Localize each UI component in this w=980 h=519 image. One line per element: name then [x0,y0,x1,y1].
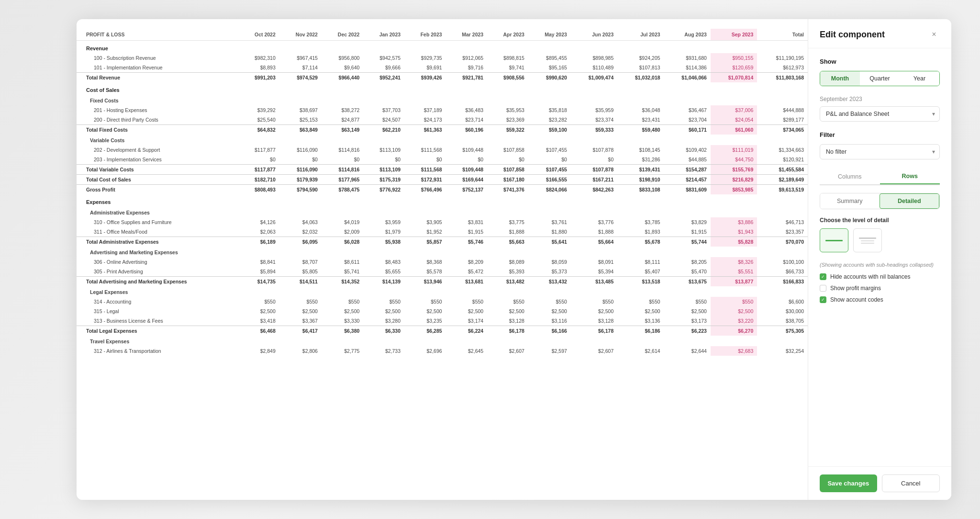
row-value: $23,374 [571,115,617,125]
col-jul23: Jul 2023 [617,29,664,41]
col-oct22: Oct 2022 [239,29,279,41]
row-value: $1,915 [664,227,711,237]
detail-option-summary[interactable] [820,228,848,252]
checkbox-hide-nil-input[interactable]: ✓ [820,273,826,280]
row-value: $2,607 [487,346,528,356]
year-button[interactable]: Year [900,71,939,86]
cancel-button[interactable]: Cancel [882,474,940,492]
row-value: $25,540 [239,115,279,125]
row-value: $109,402 [664,145,711,155]
total-row-value: $175,319 [363,175,404,185]
table-row: Variable Costs [77,135,808,145]
col-jun23: Jun 2023 [571,29,617,41]
row-value: $111,568 [404,145,446,155]
row-value: $3,220 [711,316,757,326]
row-label: 203 - Implementation Services [77,155,239,165]
rows-tab[interactable]: Rows [880,169,940,184]
row-value: $3,174 [446,316,488,326]
pl-dropdown-section: P&L and Balance Sheet P&L Only Balance S… [820,106,940,122]
row-value: $66,733 [757,267,808,277]
row-value: $3,959 [363,217,404,227]
profit-loss-table: PROFIT & LOSS Oct 2022 Nov 2022 Dec 2022… [77,29,808,356]
close-button[interactable]: × [928,29,940,40]
row-value: $5,472 [446,267,488,277]
pl-dropdown[interactable]: P&L and Balance Sheet P&L Only Balance S… [820,106,940,122]
row-value: $9,741 [487,63,528,73]
date-label: September 2023 [820,96,940,102]
total-row-value: $788,475 [322,185,363,195]
row-value: $5,655 [363,267,404,277]
row-value: $6,600 [757,297,808,306]
col-aug23: Aug 2023 [664,29,711,41]
row-value: $0 [279,155,322,165]
checkbox-show-profit-input[interactable] [820,285,826,292]
row-value: $550 [322,297,363,306]
row-value: $24,173 [404,115,446,125]
table-row: Total Advertising and Marketing Expenses… [77,277,808,287]
table-row: Total Revenue$991,203$974,529$966,440$95… [77,73,808,83]
checkbox-show-codes-input[interactable]: ✓ [820,296,826,303]
row-value: $0 [487,155,528,165]
row-value: $550 [279,297,322,306]
row-value: $912,065 [446,53,488,63]
total-row-value: $63,849 [279,125,322,135]
columns-tab[interactable]: Columns [820,169,880,184]
panel-footer: Save changes Cancel [808,466,951,500]
total-row-label: Total Variable Costs [77,165,239,175]
total-row-value: $6,178 [571,326,617,336]
row-value: $8,205 [664,257,711,267]
row-value: $38,705 [757,316,808,326]
checkbox-hide-nil[interactable]: ✓ Hide accounts with nil balances [820,273,940,280]
total-row-value: $167,211 [571,175,617,185]
row-value: $9,640 [322,63,363,73]
table-row: Administrative Expenses [77,207,808,217]
total-row-value: $5,746 [446,237,488,247]
row-value: $2,500 [664,306,711,316]
cols-rows-tabs: Columns Rows [820,169,940,185]
total-row-value: $14,139 [363,277,404,287]
total-row-value: $179,939 [279,175,322,185]
summary-tab[interactable]: Summary [820,193,880,209]
row-value: $550 [239,297,279,306]
total-row-value: $794,590 [279,185,322,195]
checkbox-show-codes[interactable]: ✓ Show account codes [820,296,940,303]
row-value: $109,448 [446,145,488,155]
total-row-value: $1,070,814 [711,73,757,83]
section-header-cell: Cost of Sales [77,82,808,95]
checkbox-show-profit[interactable]: Show profit margins [820,285,940,292]
filter-dropdown[interactable]: No filter Custom filter [820,144,940,159]
row-value: $5,394 [571,267,617,277]
row-value: $550 [571,297,617,306]
detailed-tab[interactable]: Detailed [880,193,940,209]
row-value: $1,979 [363,227,404,237]
total-row-value: $6,417 [279,326,322,336]
row-label: 201 - Hosting Expenses [77,105,239,115]
total-row-value: $908,556 [487,73,528,83]
filter-dropdown-wrapper: No filter Custom filter ▾ [820,144,940,159]
total-row-value: $752,137 [446,185,488,195]
month-button[interactable]: Month [820,71,860,86]
save-button[interactable]: Save changes [820,474,877,492]
total-row-value: $776,922 [363,185,404,195]
row-value: $5,373 [528,267,571,277]
row-value: $1,888 [487,227,528,237]
row-value: $111,019 [711,145,757,155]
total-row-value: $5,857 [404,237,446,247]
row-value: $3,128 [487,316,528,326]
col-total: Total [757,29,808,41]
row-value: $32,254 [757,346,808,356]
total-row-value: $1,455,584 [757,165,808,175]
table-row: 310 - Office Supplies and Furniture$4,12… [77,217,808,227]
row-label: 305 - Print Advertising [77,267,239,277]
row-value: $39,292 [239,105,279,115]
total-row-value: $64,832 [239,125,279,135]
total-row-value: $59,100 [528,125,571,135]
row-value: $967,415 [279,53,322,63]
detail-option-detailed[interactable] [853,228,882,252]
total-row-value: $6,285 [404,326,446,336]
quarter-button[interactable]: Quarter [860,71,900,86]
panel-title: Edit component [820,30,885,40]
total-row-value: $741,376 [487,185,528,195]
row-value: $5,407 [617,267,664,277]
row-value: $1,888 [571,227,617,237]
